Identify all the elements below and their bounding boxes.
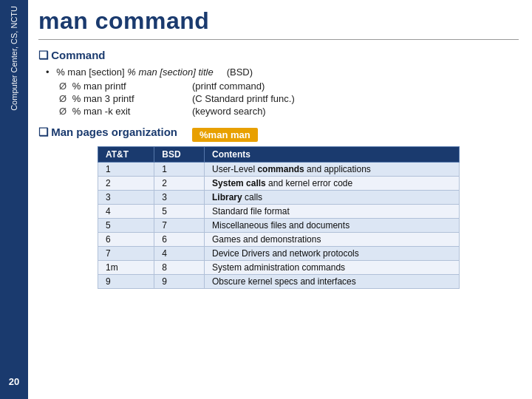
main-content: man command ❑ Command • % man [section] … (28, 0, 532, 399)
bullet-note: (BSD) (227, 66, 253, 78)
cell-bsd: 4 (154, 247, 205, 261)
cell-contents: User-Level commands and applications (205, 163, 460, 177)
sidebar: Computer Center, CS, NCTU 20 (0, 0, 28, 399)
table-row: 33Library calls (98, 191, 460, 205)
cell-contents: Device Drivers and network protocols (205, 247, 460, 261)
table-row: 66Games and demonstrations (98, 233, 460, 247)
cell-att: 5 (98, 219, 154, 233)
cell-contents: System administration commands (205, 261, 460, 275)
cell-bsd: 9 (154, 275, 205, 289)
col-header-bsd: BSD (154, 147, 205, 163)
sidebar-label: Computer Center, CS, NCTU (9, 6, 19, 111)
cell-contents: Obscure kernel specs and interfaces (205, 275, 460, 289)
section2-heading-row: ❑ Man pages organization %man man (38, 126, 519, 143)
col-header-contents: Contents (205, 147, 460, 163)
cell-att: 1m (98, 261, 154, 275)
sub-desc-2: (C Standard printf func.) (192, 93, 295, 104)
cell-att: 2 (98, 177, 154, 191)
cell-att: 7 (98, 247, 154, 261)
sidebar-page-number: 20 (9, 376, 19, 387)
table-row: 11User-Level commands and applications (98, 163, 460, 177)
bullet-dot: • (46, 66, 50, 78)
sub-cmd-1: Ø1 % man printf (59, 81, 179, 92)
cell-att: 1 (98, 163, 154, 177)
table-row: 99Obscure kernel specs and interfaces (98, 275, 460, 289)
sub-bullet-1: Ø1 % man printf (printf command) (59, 81, 519, 92)
cell-att: 3 (98, 191, 154, 205)
table-row: 45Standard file format (98, 205, 460, 219)
cell-contents: Library calls (205, 191, 460, 205)
cell-bsd: 5 (154, 205, 205, 219)
cell-contents: System calls and kernel error code (205, 177, 460, 191)
section-man-pages: ❑ Man pages organization %man man AT&T B… (38, 126, 519, 289)
checkbox-icon-2: ❑ (38, 126, 51, 138)
cell-att: 4 (98, 205, 154, 219)
section-command: ❑ Command • % man [section] % man [secti… (38, 49, 519, 118)
table-row: 22System calls and kernel error code (98, 177, 460, 191)
page-title: man command (38, 7, 519, 35)
bullet-label: % man [section] % man [section] title (56, 66, 213, 78)
section2-heading: ❑ Man pages organization (38, 126, 177, 139)
cell-contents: Miscellaneous files and documents (205, 219, 460, 233)
cell-contents: Standard file format (205, 205, 460, 219)
bullet-command: • % man [section] % man [section] title (46, 66, 214, 78)
table-container: AT&T BSD Contents 11User-Level commands … (98, 146, 519, 289)
highlight-badge: %man man (192, 128, 258, 142)
sub-desc-1: (printf command) (192, 81, 265, 92)
cell-att: 9 (98, 275, 154, 289)
table-header-row: AT&T BSD Contents (98, 147, 460, 163)
cell-bsd: 7 (154, 219, 205, 233)
col-header-att: AT&T (98, 147, 154, 163)
table-row: 57Miscellaneous files and documents (98, 219, 460, 233)
cell-bsd: 1 (154, 163, 205, 177)
cell-bsd: 6 (154, 233, 205, 247)
title-divider (38, 39, 519, 40)
sub-bullet-2: Ø % man 3 printf (C Standard printf func… (59, 93, 519, 104)
sub-bullet-3: Ø % man -k exit (keyword search) (59, 106, 519, 117)
main-bullet: • % man [section] % man [section] title … (46, 66, 519, 78)
checkbox-icon: ❑ (38, 49, 51, 61)
table-row: 74Device Drivers and network protocols (98, 247, 460, 261)
cell-contents: Games and demonstrations (205, 233, 460, 247)
sub-bullets-list: Ø1 % man printf (printf command) Ø % man… (59, 81, 519, 117)
table-row: 1m8System administration commands (98, 261, 460, 275)
cell-bsd: 2 (154, 177, 205, 191)
cell-bsd: 3 (154, 191, 205, 205)
sub-desc-3: (keyword search) (192, 106, 266, 117)
sub-cmd-2: Ø % man 3 printf (59, 93, 179, 104)
section-command-heading: ❑ Command (38, 49, 519, 62)
sub-cmd-3: Ø % man -k exit (59, 106, 179, 117)
cell-bsd: 8 (154, 261, 205, 275)
man-pages-table: AT&T BSD Contents 11User-Level commands … (98, 146, 460, 289)
cell-att: 6 (98, 233, 154, 247)
